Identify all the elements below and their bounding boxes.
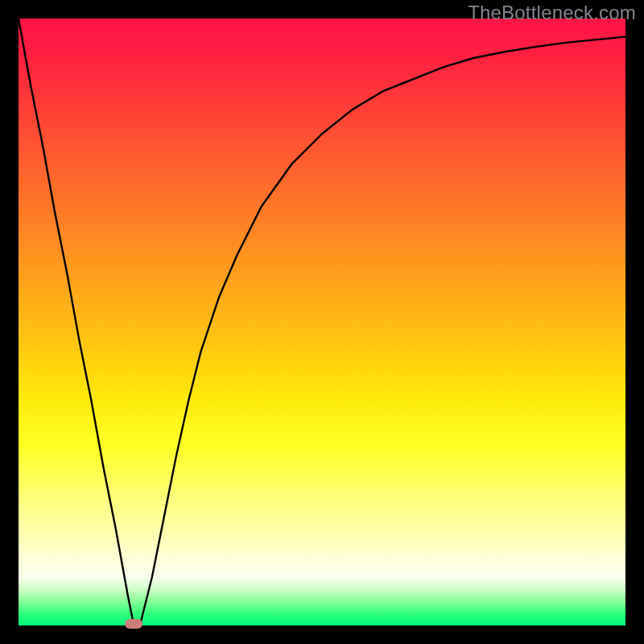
watermark-text: TheBottleneck.com [468,2,636,24]
bottleneck-curve [19,19,625,625]
optimum-marker [125,619,142,629]
chart-frame: TheBottleneck.com [0,0,644,644]
